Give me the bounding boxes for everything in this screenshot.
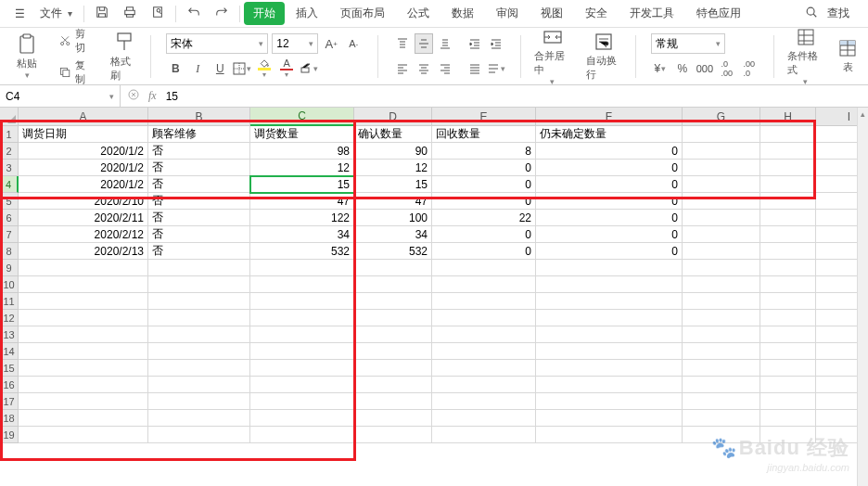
cell-G4[interactable] — [683, 176, 760, 193]
cell-F11[interactable] — [536, 293, 683, 310]
cell-D16[interactable] — [354, 377, 432, 393]
wrap-text-button[interactable]: 自动换行 — [582, 30, 626, 83]
cell-A8[interactable]: 2020/2/13 — [19, 243, 148, 260]
row-header-17[interactable]: 17 — [0, 393, 19, 410]
row-header-13[interactable]: 13 — [0, 326, 19, 343]
cell-H2[interactable] — [760, 143, 816, 160]
cell-H9[interactable] — [760, 260, 816, 276]
cell-C3[interactable]: 12 — [250, 160, 354, 176]
cell-B5[interactable]: 否 — [148, 193, 250, 210]
cut-button[interactable]: 剪切 — [59, 27, 94, 55]
cell-E9[interactable] — [432, 260, 536, 276]
cell-H4[interactable] — [760, 176, 816, 193]
menu-tab-9[interactable]: 特色应用 — [685, 2, 752, 25]
cell-G6[interactable] — [683, 210, 760, 226]
cell-F9[interactable] — [536, 260, 683, 276]
cell-H3[interactable] — [760, 160, 816, 176]
clear-format-button[interactable]: ▾ — [300, 58, 318, 79]
cell-H15[interactable] — [760, 360, 816, 377]
cell-G3[interactable] — [683, 160, 760, 176]
cell-E12[interactable] — [432, 310, 536, 326]
print-icon[interactable] — [116, 2, 144, 25]
row-header-16[interactable]: 16 — [0, 377, 19, 393]
decrease-decimal-icon[interactable]: .00.0 — [740, 58, 759, 79]
format-painter-button[interactable]: 格式刷 — [107, 29, 142, 84]
cell-E11[interactable] — [432, 293, 536, 310]
orientation-icon[interactable]: ▾ — [487, 58, 505, 79]
cell-A19[interactable] — [19, 427, 148, 443]
cell-F6[interactable]: 0 — [536, 210, 683, 226]
borders-button[interactable]: ▾ — [233, 58, 251, 79]
scroll-up-icon[interactable]: ▴ — [858, 108, 868, 121]
paste-button[interactable]: 粘贴▾ — [13, 31, 41, 82]
cell-G10[interactable] — [683, 276, 760, 293]
cell-E5[interactable]: 0 — [432, 193, 536, 210]
cell-G11[interactable] — [683, 293, 760, 310]
cell-D4[interactable]: 15 — [354, 176, 432, 193]
cell-H18[interactable] — [760, 410, 816, 427]
row-header-3[interactable]: 3 — [0, 160, 19, 176]
cell-H5[interactable] — [760, 193, 816, 210]
menu-tab-2[interactable]: 页面布局 — [329, 2, 396, 25]
cell-A17[interactable] — [19, 393, 148, 410]
cell-C11[interactable] — [250, 293, 354, 310]
cell-A5[interactable]: 2020/2/10 — [19, 193, 148, 210]
cell-D13[interactable] — [354, 326, 432, 343]
font-color-button[interactable]: A▾ — [277, 58, 296, 79]
cell-A16[interactable] — [19, 377, 148, 393]
cell-E4[interactable]: 0 — [432, 176, 536, 193]
cell-H1[interactable] — [760, 126, 816, 143]
row-header-12[interactable]: 12 — [0, 310, 19, 326]
cell-G9[interactable] — [683, 260, 760, 276]
cell-F12[interactable] — [536, 310, 683, 326]
cell-F4[interactable]: 0 — [536, 176, 683, 193]
cell-C5[interactable]: 47 — [250, 193, 354, 210]
col-header-A[interactable]: A — [19, 108, 148, 126]
row-header-9[interactable]: 9 — [0, 260, 19, 276]
cell-D19[interactable] — [354, 427, 432, 443]
cell-H16[interactable] — [760, 377, 816, 393]
cell-C12[interactable] — [250, 310, 354, 326]
cell-G1[interactable] — [683, 126, 760, 143]
row-header-18[interactable]: 18 — [0, 410, 19, 427]
row-header-8[interactable]: 8 — [0, 243, 19, 260]
cell-F8[interactable]: 0 — [536, 243, 683, 260]
cell-B2[interactable]: 否 — [148, 143, 250, 160]
row-header-4[interactable]: 4 — [0, 176, 19, 193]
comma-icon[interactable]: 000 — [696, 58, 714, 79]
cell-B13[interactable] — [148, 326, 250, 343]
menu-tab-0[interactable]: 开始 — [244, 2, 285, 25]
row-header-7[interactable]: 7 — [0, 226, 19, 243]
cell-D15[interactable] — [354, 360, 432, 377]
cell-E13[interactable] — [432, 326, 536, 343]
cell-B11[interactable] — [148, 293, 250, 310]
redo-icon[interactable] — [208, 2, 236, 25]
align-top-icon[interactable] — [393, 33, 412, 54]
cell-E19[interactable] — [432, 427, 536, 443]
file-menu[interactable]: 文件 ▾ — [32, 2, 80, 25]
cell-F15[interactable] — [536, 360, 683, 377]
cell-C8[interactable]: 532 — [250, 243, 354, 260]
row-header-15[interactable]: 15 — [0, 360, 19, 377]
cell-D17[interactable] — [354, 393, 432, 410]
cell-A18[interactable] — [19, 410, 148, 427]
cell-C15[interactable] — [250, 360, 354, 377]
cell-E3[interactable]: 0 — [432, 160, 536, 176]
cell-B17[interactable] — [148, 393, 250, 410]
underline-button[interactable]: U — [211, 58, 229, 79]
cell-D12[interactable] — [354, 310, 432, 326]
cell-G16[interactable] — [683, 377, 760, 393]
cell-H17[interactable] — [760, 393, 816, 410]
copy-button[interactable]: 复制 — [59, 58, 94, 86]
cell-F7[interactable]: 0 — [536, 226, 683, 243]
cell-C17[interactable] — [250, 393, 354, 410]
cell-F16[interactable] — [536, 377, 683, 393]
fx-icon[interactable]: fx — [148, 89, 157, 103]
col-header-G[interactable]: G — [683, 108, 760, 126]
row-header-1[interactable]: 1 — [0, 126, 19, 143]
cell-H8[interactable] — [760, 243, 816, 260]
align-middle-icon[interactable] — [415, 33, 433, 54]
align-center-icon[interactable] — [415, 58, 433, 79]
currency-icon[interactable]: ¥▾ — [651, 58, 670, 79]
cell-B1[interactable]: 顾客维修 — [148, 126, 250, 143]
